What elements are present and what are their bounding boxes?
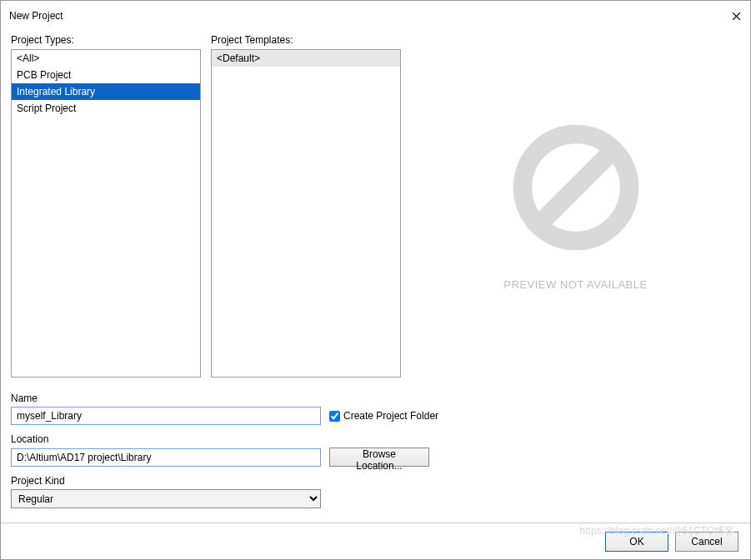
project-type-item[interactable]: Script Project — [12, 100, 200, 117]
create-folder-label: Create Project Folder — [343, 410, 438, 422]
project-types-label: Project Types: — [11, 34, 201, 46]
cancel-button[interactable]: Cancel — [675, 532, 738, 552]
project-types-list[interactable]: <All> PCB Project Integrated Library Scr… — [11, 49, 201, 378]
name-label: Name — [11, 392, 740, 404]
location-input[interactable] — [11, 448, 321, 467]
dialog-content: Project Types: <All> PCB Project Integra… — [1, 29, 750, 522]
project-templates-label: Project Templates: — [211, 34, 401, 46]
project-template-item-selected[interactable]: <Default> — [212, 50, 400, 67]
create-folder-checkbox[interactable] — [329, 411, 340, 422]
project-kind-select[interactable]: Regular — [11, 489, 321, 508]
svg-line-3 — [541, 152, 610, 222]
preview-column: PREVIEW NOT AVAILABLE — [411, 34, 740, 378]
upper-area: Project Types: <All> PCB Project Integra… — [11, 34, 740, 378]
name-row: Create Project Folder — [11, 407, 740, 425]
project-type-item[interactable]: <All> — [12, 50, 200, 67]
project-types-column: Project Types: <All> PCB Project Integra… — [11, 34, 201, 378]
titlebar: New Project — [1, 1, 750, 29]
project-type-item-selected[interactable]: Integrated Library — [12, 83, 200, 100]
project-type-item[interactable]: PCB Project — [12, 67, 200, 83]
project-kind-label: Project Kind — [11, 475, 740, 487]
dialog-title: New Project — [9, 10, 63, 22]
no-preview-icon — [509, 121, 643, 257]
preview-unavailable-text: PREVIEW NOT AVAILABLE — [503, 278, 647, 291]
create-folder-checkbox-wrap[interactable]: Create Project Folder — [329, 410, 438, 422]
location-row: Browse Location... — [11, 448, 740, 467]
browse-location-button[interactable]: Browse Location... — [329, 448, 429, 467]
project-templates-list[interactable]: <Default> — [211, 49, 401, 378]
name-input[interactable] — [11, 407, 321, 425]
kind-row: Regular — [11, 489, 740, 508]
preview-body: PREVIEW NOT AVAILABLE — [503, 35, 647, 377]
close-button[interactable] — [730, 10, 742, 22]
lower-area: Name Create Project Folder Location Brow… — [11, 389, 740, 517]
dialog-footer: OK Cancel — [1, 522, 750, 559]
project-templates-column: Project Templates: <Default> — [211, 34, 401, 378]
new-project-dialog: New Project Project Types: <All> PCB Pro… — [0, 0, 751, 560]
location-label: Location — [11, 433, 740, 445]
ok-button[interactable]: OK — [605, 532, 668, 552]
close-icon — [732, 12, 741, 21]
